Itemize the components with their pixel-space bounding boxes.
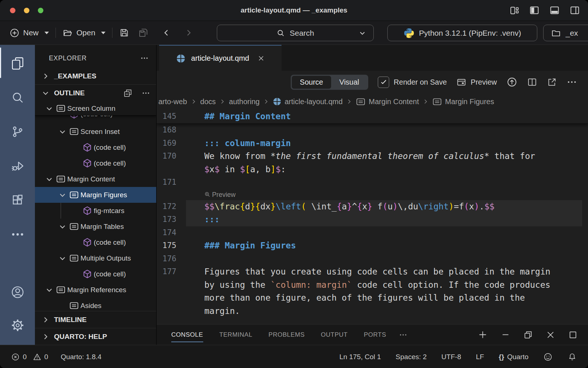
close-window-button[interactable] xyxy=(10,8,15,13)
customize-layout-icon[interactable] xyxy=(509,6,519,15)
source-mode-button[interactable]: Source xyxy=(292,76,331,89)
notifications-bell-icon[interactable] xyxy=(567,352,577,362)
tab-article-layout[interactable]: article-layout.qmd xyxy=(159,45,282,71)
code-line[interactable]: margin. xyxy=(157,305,588,318)
sidebar-section-outline[interactable]: OUTLINE xyxy=(35,84,156,102)
outline-item-code-cell[interactable]: (code cell) xyxy=(35,155,156,171)
minimize-window-button[interactable] xyxy=(24,8,29,13)
outline-item-code-cell[interactable]: (code cell) xyxy=(35,116,156,124)
source-control-view-button[interactable] xyxy=(0,114,35,149)
more-actions-icon[interactable] xyxy=(567,77,577,87)
code-line[interactable]: 175### Margin Figures xyxy=(157,239,588,252)
outline-item-code-cell[interactable]: (code cell) xyxy=(35,139,156,155)
code-line[interactable]: 177Figures that you create using code ce… xyxy=(157,265,588,279)
outline-item-screen-column[interactable]: Screen Column xyxy=(35,102,156,116)
code-line[interactable]: 174 xyxy=(157,226,588,240)
sidebar-section-timeline[interactable]: TIMELINE xyxy=(35,311,156,328)
panel-more-tabs-icon[interactable] xyxy=(399,330,408,339)
navigate-back-icon[interactable] xyxy=(162,28,171,38)
panel-tab-console[interactable]: CONSOLE xyxy=(171,329,203,341)
outline-item-multiple-outputs[interactable]: Multiple Outputs xyxy=(35,250,156,266)
minimize-panel-icon[interactable] xyxy=(501,330,510,340)
chevron-down-icon[interactable] xyxy=(57,254,68,262)
code-line[interactable]: 173::: xyxy=(157,213,588,226)
breadcrumb-item-docs[interactable]: docs xyxy=(200,98,216,106)
code-line[interactable]: 169::: column-margin xyxy=(157,137,588,150)
outline-item-code-cell[interactable]: (code cell) xyxy=(35,266,156,282)
outline-item-margin-content[interactable]: Margin Content xyxy=(35,171,156,187)
code-line[interactable]: $x$ in $[a, b]$: xyxy=(157,163,588,176)
chevron-down-icon[interactable] xyxy=(57,223,68,231)
panel-tab-problems[interactable]: PROBLEMS xyxy=(269,329,305,341)
interpreter-selector[interactable]: Python 3.12.1 (PipEnv: .venv) xyxy=(387,25,537,41)
open-button[interactable]: Open xyxy=(62,28,105,38)
code-line[interactable]: 176 xyxy=(157,252,588,266)
codelens-preview[interactable]: Preview xyxy=(157,189,588,200)
cursor-position-status[interactable]: Ln 175, Col 1 xyxy=(340,353,381,361)
outline-item-code-cell[interactable]: (code cell) xyxy=(35,234,156,250)
chevron-down-icon[interactable] xyxy=(44,286,55,294)
code-line[interactable]: more than one figure, each of the figure… xyxy=(157,291,588,305)
maximize-panel-icon[interactable] xyxy=(568,330,578,340)
maximize-window-button[interactable] xyxy=(38,8,43,13)
account-button[interactable] xyxy=(0,285,35,300)
close-panel-icon[interactable] xyxy=(546,330,555,340)
run-debug-view-button[interactable] xyxy=(0,149,35,183)
code-line[interactable]: by using the `column: margin` code cell … xyxy=(157,279,588,292)
encoding-status[interactable]: UTF-8 xyxy=(441,353,461,361)
panel-tab-ports[interactable]: PORTS xyxy=(364,329,386,341)
code-line[interactable]: 168 xyxy=(157,124,588,137)
save-all-icon[interactable] xyxy=(138,28,148,38)
code-line[interactable]: 171 xyxy=(157,176,588,189)
code-line[interactable]: 172$$\frac{d}{dx}\left( \int_{a}^{x} f(u… xyxy=(157,200,588,213)
outline-item-asides[interactable]: Asides xyxy=(35,298,156,311)
split-editor-icon[interactable] xyxy=(527,77,537,87)
outline-more-actions-icon[interactable] xyxy=(141,89,150,98)
outline-item-screen-inset[interactable]: Screen Inset xyxy=(35,124,156,139)
feedback-smiley-icon[interactable] xyxy=(543,352,553,362)
chevron-down-icon[interactable] xyxy=(57,191,68,199)
problems-status[interactable]: 0 0 xyxy=(11,353,48,361)
chevron-down-icon[interactable] xyxy=(44,175,55,183)
chevron-down-icon[interactable] xyxy=(57,128,68,136)
quarto-version-status[interactable]: Quarto: 1.8.4 xyxy=(61,353,101,361)
panel-tab-terminal[interactable]: TERMINAL xyxy=(219,329,252,341)
outline-item-fig-mtcars[interactable]: fig-mtcars xyxy=(35,203,156,219)
panel-tab-output[interactable]: OUTPUT xyxy=(321,329,348,341)
chevron-down-icon[interactable] xyxy=(44,105,55,113)
breadcrumb-item-arto-web[interactable]: arto-web xyxy=(158,98,187,106)
search-view-button[interactable] xyxy=(0,80,35,114)
sidebar-section-examples[interactable]: _EXAMPLES xyxy=(35,68,156,84)
toggle-right-sidebar-icon[interactable] xyxy=(570,5,580,15)
toggle-bottom-panel-icon[interactable] xyxy=(549,5,560,15)
breadcrumb-item-authoring[interactable]: authoring xyxy=(229,98,259,106)
open-in-new-window-icon[interactable] xyxy=(547,77,557,87)
toggle-left-sidebar-icon[interactable] xyxy=(529,5,539,15)
code-editor[interactable]: 145 ## Margin Content 168169::: column-m… xyxy=(157,110,588,324)
navigate-forward-icon[interactable] xyxy=(184,28,193,38)
breadcrumb-item-margin-content[interactable]: Margin Content xyxy=(356,97,419,107)
outline-item-margin-figures[interactable]: Margin Figures xyxy=(35,187,156,203)
render-on-save-toggle[interactable]: Render on Save xyxy=(378,77,447,88)
code-line[interactable]: 170We know from *the first fundamental t… xyxy=(157,150,588,163)
close-tab-icon[interactable] xyxy=(258,55,265,62)
collapse-all-icon[interactable] xyxy=(123,88,133,98)
breadcrumb-item-article-layout-qmd[interactable]: article-layout.qmd xyxy=(273,97,343,106)
save-icon[interactable] xyxy=(119,28,129,38)
explorer-view-button[interactable] xyxy=(0,46,35,80)
restore-panel-icon[interactable] xyxy=(523,330,533,340)
outline-item-margin-tables[interactable]: Margin Tables xyxy=(35,219,156,234)
explorer-more-actions-icon[interactable] xyxy=(140,54,149,63)
sidebar-section-quarto-help[interactable]: QUARTO: HELP xyxy=(35,328,156,345)
visual-mode-button[interactable]: Visual xyxy=(331,76,367,89)
language-mode-status[interactable]: {} Quarto xyxy=(499,353,528,361)
settings-button[interactable] xyxy=(0,318,35,332)
publish-icon[interactable] xyxy=(506,77,517,88)
more-views-button[interactable] xyxy=(0,217,35,251)
eol-status[interactable]: LF xyxy=(476,353,484,361)
outline-item-margin-references[interactable]: Margin References xyxy=(35,282,156,298)
indentation-status[interactable]: Spaces: 2 xyxy=(396,353,427,361)
search-input[interactable]: Search xyxy=(217,25,374,41)
new-console-icon[interactable] xyxy=(478,330,488,340)
sticky-scroll-line[interactable]: 145 ## Margin Content xyxy=(157,110,588,124)
